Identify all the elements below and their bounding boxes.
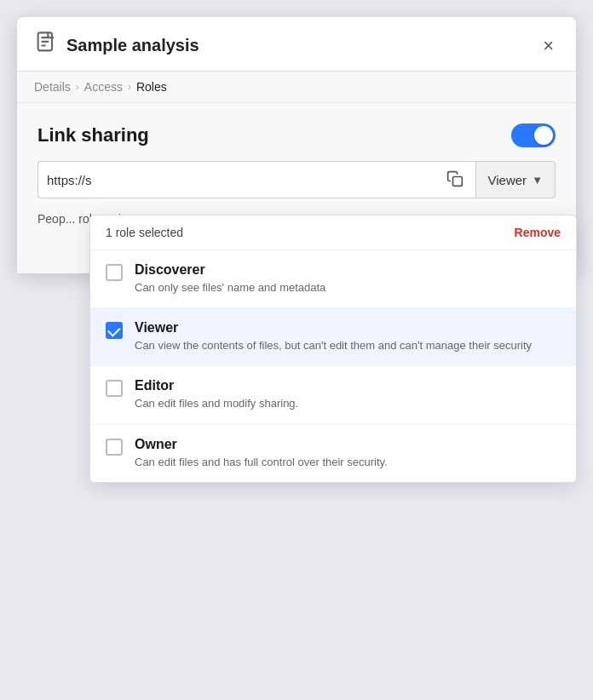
remove-button[interactable]: Remove bbox=[515, 226, 561, 239]
link-sharing-toggle[interactable] bbox=[511, 123, 556, 147]
breadcrumb-sep-1: › bbox=[76, 81, 79, 93]
owner-name: Owner bbox=[135, 437, 561, 452]
role-item-viewer[interactable]: Viewer Can view the contents of files, b… bbox=[90, 308, 576, 366]
owner-text: Owner Can edit files and has full contro… bbox=[135, 437, 561, 470]
breadcrumb-sep-2: › bbox=[128, 81, 131, 93]
modal-body: Link sharing Viewer ▼ bbox=[17, 103, 576, 273]
viewer-label: Viewer bbox=[488, 173, 527, 187]
viewer-dropdown-button[interactable]: Viewer ▼ bbox=[475, 161, 556, 198]
modal-title-row: Sample analysis bbox=[34, 31, 199, 60]
modal-title: Sample analysis bbox=[66, 36, 199, 55]
doc-icon bbox=[34, 31, 58, 60]
role-selected-count: 1 role selected bbox=[106, 226, 183, 239]
role-item-editor[interactable]: Editor Can edit files and modify sharing… bbox=[90, 366, 576, 424]
role-dropdown: 1 role selected Remove Discoverer Can on… bbox=[89, 215, 577, 483]
svg-rect-4 bbox=[452, 176, 462, 186]
copy-button[interactable] bbox=[443, 167, 467, 193]
close-button[interactable]: × bbox=[538, 35, 559, 57]
discoverer-text: Discoverer Can only see files' name and … bbox=[135, 262, 561, 295]
breadcrumb: Details › Access › Roles bbox=[17, 72, 576, 103]
viewer-name: Viewer bbox=[135, 320, 561, 336]
discoverer-name: Discoverer bbox=[135, 262, 561, 278]
editor-text: Editor Can edit files and modify sharing… bbox=[135, 378, 561, 411]
editor-checkbox[interactable] bbox=[106, 380, 123, 397]
discoverer-checkbox[interactable] bbox=[106, 264, 123, 281]
dropdown-header: 1 role selected Remove bbox=[90, 215, 576, 250]
url-input-wrapper bbox=[37, 161, 475, 198]
chevron-down-icon: ▼ bbox=[532, 174, 543, 186]
viewer-text: Viewer Can view the contents of files, b… bbox=[135, 320, 561, 353]
url-input[interactable] bbox=[47, 173, 443, 187]
viewer-desc: Can view the contents of files, but can'… bbox=[135, 338, 561, 353]
owner-checkbox[interactable] bbox=[106, 439, 123, 456]
link-sharing-header: Link sharing bbox=[37, 123, 556, 147]
editor-name: Editor bbox=[135, 378, 561, 393]
discoverer-desc: Can only see files' name and metadata bbox=[135, 280, 561, 295]
breadcrumb-item-roles[interactable]: Roles bbox=[136, 80, 167, 94]
owner-desc: Can edit files and has full control over… bbox=[135, 455, 561, 470]
viewer-checkbox[interactable] bbox=[106, 322, 123, 339]
link-sharing-title: Link sharing bbox=[37, 124, 149, 146]
role-item-discoverer[interactable]: Discoverer Can only see files' name and … bbox=[90, 250, 576, 308]
modal-header: Sample analysis × bbox=[17, 17, 576, 72]
breadcrumb-item-details[interactable]: Details bbox=[34, 80, 71, 94]
modal: Sample analysis × Details › Access › Rol… bbox=[17, 17, 576, 273]
breadcrumb-item-access[interactable]: Access bbox=[84, 80, 123, 94]
role-item-owner[interactable]: Owner Can edit files and has full contro… bbox=[90, 425, 576, 482]
toggle-thumb bbox=[534, 126, 553, 145]
editor-desc: Can edit files and modify sharing. bbox=[135, 396, 561, 411]
url-row: Viewer ▼ bbox=[37, 161, 556, 198]
